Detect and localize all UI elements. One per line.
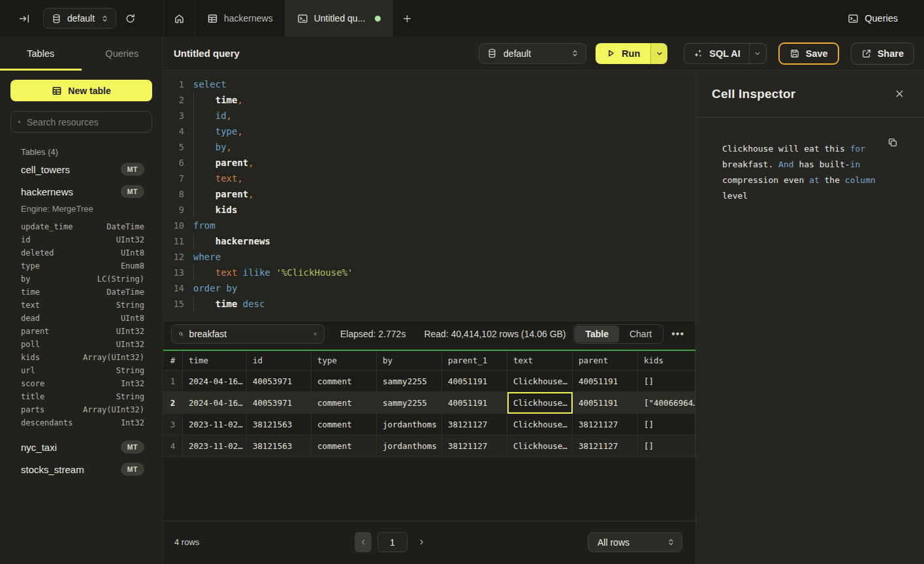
- sidebar-tab-tables[interactable]: Tables: [0, 37, 82, 71]
- page-size-select[interactable]: All rows: [588, 532, 682, 552]
- run-options-button[interactable]: [650, 43, 667, 64]
- table-cell[interactable]: Clickhouse…: [507, 435, 573, 457]
- tab-untitled-query[interactable]: Untitled qu...: [285, 0, 393, 37]
- queries-button[interactable]: Queries: [848, 13, 924, 24]
- column-header[interactable]: #: [163, 351, 183, 371]
- table-cell[interactable]: 40051191: [573, 371, 638, 392]
- tab-hackernews[interactable]: hackernews: [195, 0, 285, 37]
- column-header[interactable]: type: [311, 351, 377, 371]
- new-tab-button[interactable]: [392, 0, 421, 37]
- table-cell[interactable]: 40053971: [247, 371, 311, 392]
- table-cell[interactable]: jordanthoms: [377, 414, 442, 435]
- share-button[interactable]: Share: [851, 42, 914, 65]
- view-toggle-chart[interactable]: Chart: [619, 325, 662, 342]
- sql-ai-button[interactable]: SQL AI: [684, 48, 749, 59]
- code-line[interactable]: 13text ilike '%ClickHouse%': [163, 265, 695, 280]
- new-table-button[interactable]: New table: [10, 80, 152, 101]
- table-cell[interactable]: 2023-11-02…: [183, 435, 247, 457]
- code-line[interactable]: 9kids: [163, 202, 695, 218]
- table-columns: update_timeDateTimeidUInt32deletedUInt8t…: [0, 218, 163, 436]
- sidebar-table-cell_towers[interactable]: cell_towersMT: [0, 158, 163, 180]
- code-line[interactable]: 15time desc: [163, 296, 695, 312]
- table-cell[interactable]: Clickhouse…: [507, 392, 573, 414]
- more-options-icon[interactable]: •••: [671, 328, 684, 340]
- code-line[interactable]: 8parent,: [163, 186, 695, 202]
- code-line[interactable]: 11hackernews: [163, 233, 695, 249]
- table-cell[interactable]: 2024-04-16…: [183, 371, 247, 392]
- code-line[interactable]: 4type,: [163, 124, 695, 139]
- table-column: kidsArray(UInt32): [21, 351, 144, 364]
- table-cell[interactable]: []: [638, 435, 695, 457]
- table-cell[interactable]: Clickhouse…: [507, 414, 573, 435]
- indent-guide: [193, 202, 215, 218]
- sidebar-table-stocks_stream[interactable]: stocks_streamMT: [0, 458, 163, 480]
- code-line[interactable]: 12where: [163, 249, 695, 265]
- table-cell[interactable]: ["40066964…: [638, 392, 695, 414]
- table-cell[interactable]: sammy2255: [377, 371, 442, 392]
- code-line[interactable]: 5by,: [163, 139, 695, 155]
- code-line[interactable]: 6parent,: [163, 155, 695, 171]
- query-database-select[interactable]: default: [479, 43, 586, 64]
- code-line[interactable]: 10from: [163, 218, 695, 233]
- table-cell[interactable]: 38121563: [247, 435, 311, 457]
- inspector-line: compression even at the column level: [722, 173, 898, 204]
- table-cell[interactable]: 40053971: [247, 392, 311, 414]
- next-page-button[interactable]: [413, 532, 430, 552]
- resource-search-input[interactable]: [27, 117, 145, 127]
- collapse-sidebar-icon[interactable]: [14, 8, 34, 28]
- tab-home[interactable]: [163, 0, 195, 37]
- page-number-input[interactable]: [377, 532, 407, 552]
- column-header[interactable]: time: [183, 351, 247, 371]
- copy-icon[interactable]: [887, 137, 898, 148]
- table-cell[interactable]: 40051191: [573, 392, 638, 414]
- table-cell[interactable]: []: [638, 371, 695, 392]
- table-cell[interactable]: sammy2255: [377, 392, 442, 414]
- table-cell[interactable]: comment: [311, 435, 377, 457]
- table-cell[interactable]: 40051191: [442, 371, 507, 392]
- table-name: nyc_taxi: [21, 442, 57, 453]
- table-icon: [52, 86, 62, 96]
- code-line[interactable]: 2time,: [163, 92, 695, 108]
- view-toggle-table[interactable]: Table: [575, 325, 619, 342]
- table-cell[interactable]: []: [638, 414, 695, 435]
- column-header[interactable]: parent: [573, 351, 638, 371]
- share-icon: [861, 48, 872, 59]
- cell-inspector-body: Clickhouse will eat this forbreakfast. A…: [696, 118, 924, 204]
- code-line[interactable]: 7text,: [163, 171, 695, 186]
- table-cell[interactable]: 2023-11-02…: [183, 414, 247, 435]
- sidebar-tab-queries[interactable]: Queries: [82, 37, 163, 71]
- column-header[interactable]: by: [377, 351, 442, 371]
- table-cell[interactable]: 40051191: [442, 392, 507, 414]
- table-cell[interactable]: comment: [311, 371, 377, 392]
- save-button[interactable]: Save: [778, 42, 839, 65]
- run-button[interactable]: Run: [596, 43, 650, 64]
- sql-editor[interactable]: 1select2time,3id,4type,5by,6parent,7text…: [163, 71, 695, 320]
- close-icon[interactable]: [891, 86, 907, 102]
- table-cell[interactable]: jordanthoms: [377, 435, 442, 457]
- column-header[interactable]: id: [247, 351, 311, 371]
- code-line[interactable]: 3id,: [163, 108, 695, 124]
- clear-icon[interactable]: [313, 330, 317, 338]
- refresh-icon[interactable]: [120, 8, 140, 28]
- table-cell[interactable]: 38121563: [247, 414, 311, 435]
- column-header[interactable]: text: [507, 351, 573, 371]
- table-cell[interactable]: 38121127: [573, 414, 638, 435]
- column-header[interactable]: parent_1: [442, 351, 507, 371]
- sidebar-table-hackernews[interactable]: hackernewsMT: [0, 180, 163, 203]
- table-cell[interactable]: 38121127: [442, 414, 507, 435]
- prev-page-button[interactable]: [355, 532, 372, 552]
- sidebar-table-nyc_taxi[interactable]: nyc_taxiMT: [0, 436, 163, 458]
- topbar-database-select[interactable]: default: [43, 8, 116, 29]
- code-line[interactable]: 14order by: [163, 280, 695, 296]
- sql-ai-options-button[interactable]: [749, 44, 766, 63]
- table-cell[interactable]: 38121127: [442, 435, 507, 457]
- results-search-input[interactable]: [189, 329, 308, 339]
- table-cell[interactable]: comment: [311, 392, 377, 414]
- table-cell[interactable]: Clickhouse…: [507, 371, 573, 392]
- table-cell[interactable]: 2024-04-16…: [183, 392, 247, 414]
- table-cell[interactable]: comment: [311, 414, 377, 435]
- table-cell[interactable]: 38121127: [573, 435, 638, 457]
- results-toolbar: Elapsed: 2.772s Read: 40,414,102 rows (1…: [163, 321, 695, 346]
- column-header[interactable]: kids: [638, 351, 695, 371]
- code-line[interactable]: 1select: [163, 76, 695, 92]
